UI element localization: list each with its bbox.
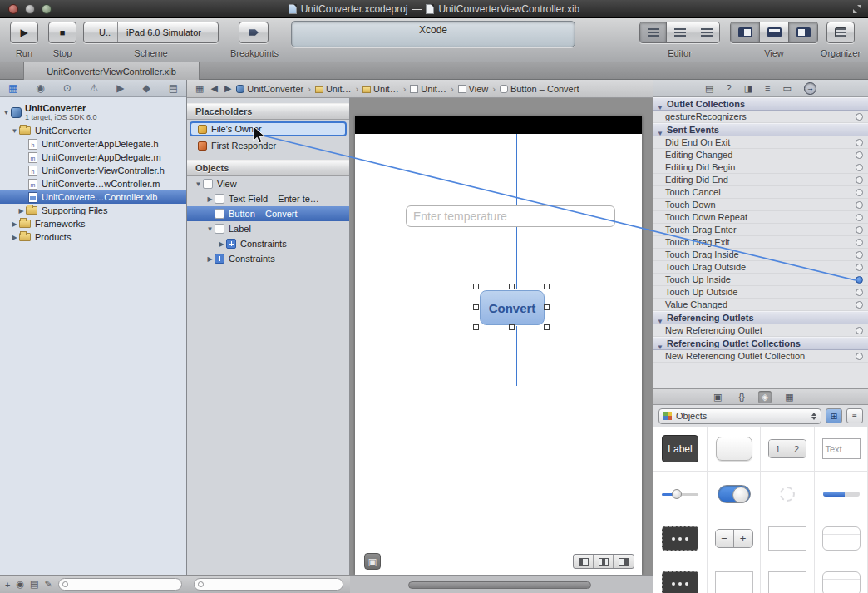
referencing-outlets-header[interactable]: ▼ Referencing Outlets [653,311,868,324]
library-scope-dropdown[interactable]: Objects [658,408,821,424]
library-item-segmented-control[interactable]: 1 2 [761,427,815,472]
attributes-inspector-icon[interactable]: ≡ [765,83,770,93]
fullscreen-icon[interactable] [853,5,861,13]
disclosure-icon[interactable]: ▶ [10,234,19,241]
connection-well[interactable] [856,214,863,221]
back-icon[interactable]: ◀ [210,83,217,94]
disclosure-icon[interactable]: ▶ [17,207,26,215]
version-editor-button[interactable] [693,22,719,42]
tree-row-file-selected[interactable]: UnitConverte…Controller.xib [0,190,186,204]
library-item-switch[interactable] [708,472,761,516]
outlet-collections-header[interactable]: ▼ Outlet Collections [653,97,868,111]
sent-events-header[interactable]: ▼ Sent Events [653,123,868,136]
list-view-button[interactable]: ≡ [846,408,863,423]
view-row[interactable]: ▼ View [187,176,349,191]
stop-button[interactable]: ■ [48,22,76,43]
library-item[interactable] [761,561,815,593]
tree-row-file[interactable]: h UnitConverterAppDelegate.h [0,137,186,151]
tree-row-file[interactable]: h UnitConverterViewController.h [0,164,186,177]
zoom-window-button[interactable] [42,4,52,14]
breakpoint-navigator-icon[interactable]: ◆ [143,82,150,94]
button-row-selected[interactable]: Button – Convert [187,206,349,221]
breadcrumb-view[interactable]: View [458,84,489,94]
disclosure-icon[interactable]: ▼ [194,180,203,188]
library-item-stepper[interactable]: − + [708,516,761,561]
edited-files-icon[interactable]: ✎ [44,579,52,590]
resize-handle[interactable] [509,284,515,289]
object-library-icon[interactable]: ◈ [758,391,772,403]
library-item-label[interactable]: Label [653,427,708,472]
media-library-icon[interactable]: ▦ [782,391,796,403]
disclosure-icon[interactable]: ▶ [205,255,215,263]
first-responder-row[interactable]: First Responder [187,138,349,153]
convert-button[interactable]: Convert [480,290,545,325]
disclosure-icon[interactable]: ▶ [217,240,226,248]
toggle-utilities-button[interactable] [789,22,817,42]
library-item-slider[interactable] [653,472,708,516]
identity-inspector-icon[interactable]: ◨ [744,83,752,94]
placeholders-header[interactable]: Placeholders [187,103,349,120]
connection-well[interactable] [856,289,863,296]
files-owner-row[interactable]: File's Owner [190,121,347,136]
flat-list-icon[interactable]: ▤ [30,579,38,590]
connection-well[interactable] [856,164,863,171]
connection-well[interactable] [856,113,863,121]
library-item[interactable] [653,561,708,593]
connection-well[interactable] [856,327,863,334]
connection-well[interactable] [856,139,863,146]
connection-well[interactable] [856,201,863,209]
code-snippet-library-icon[interactable]: {} [735,391,747,403]
constraints-row[interactable]: ▶ Constraints [187,236,349,251]
debug-navigator-icon[interactable]: ▶ [116,82,124,94]
recents-icon[interactable]: ◉ [16,579,24,590]
disclosure-icon[interactable]: ▶ [10,220,19,228]
resize-handle[interactable] [509,324,515,330]
grid-view-button[interactable]: ⊞ [826,408,842,423]
resize-handle[interactable] [473,284,479,289]
resize-handle[interactable] [473,304,479,310]
library-item-text-field[interactable]: Text [815,427,868,472]
tree-row-supporting-files[interactable]: ▶ Supporting Files [0,204,186,217]
breadcrumb-group[interactable]: Unit… [362,84,399,94]
tab-unitconverterviewcontroller[interactable]: UnitConverterViewController.xib [23,62,200,80]
connection-well[interactable] [856,176,863,184]
standard-editor-button[interactable] [640,22,667,42]
connection-well-active[interactable] [856,276,863,284]
library-item[interactable] [815,561,868,593]
disclosure-icon[interactable]: ▶ [205,195,215,203]
search-navigator-icon[interactable]: ⊙ [63,82,72,94]
connection-well[interactable] [856,239,863,246]
resize-handle[interactable] [473,324,479,330]
connection-well[interactable] [856,251,863,259]
label-row[interactable]: ▼ Label [187,221,349,236]
library-item-text-view[interactable] [815,516,868,561]
horizontal-scrollbar[interactable] [408,581,591,589]
size-inspector-icon[interactable]: ▭ [782,83,791,94]
referencing-outlet-collections-header[interactable]: ▼ Referencing Outlet Collections [653,337,868,350]
outline-toggle-button[interactable]: ▣ [364,553,381,570]
breadcrumb-project[interactable]: UnitConverter [236,84,303,94]
forward-icon[interactable]: ▶ [224,83,231,94]
tree-row-file[interactable]: m UnitConverte…wController.m [0,177,186,190]
add-icon[interactable]: + [5,580,10,590]
ipad-view[interactable]: Enter temperature Convert [355,116,642,575]
connection-well[interactable] [856,189,863,196]
disclosure-icon[interactable]: ▼ [2,109,11,116]
disclosure-icon[interactable]: ▼ [205,225,215,233]
constraints-row[interactable]: ▶ Constraints [187,251,349,266]
objects-header[interactable]: Objects [187,160,349,176]
display-mode-button[interactable] [594,555,614,568]
library-item-progress-view[interactable] [815,472,868,516]
dock-toggle-icon[interactable]: ▦ [195,83,204,94]
connection-well[interactable] [856,301,863,309]
tree-row-group[interactable]: ▼ UnitConverter [0,124,186,137]
symbol-navigator-icon[interactable]: ◉ [36,82,44,94]
connection-well[interactable] [856,353,863,360]
toggle-navigator-button[interactable] [731,22,760,42]
library-item-page-control[interactable] [653,516,708,561]
file-template-library-icon[interactable]: ▣ [710,391,725,403]
run-button[interactable]: ▶ [10,22,38,43]
close-window-button[interactable] [8,4,18,14]
tree-row-file[interactable]: m UnitConverterAppDelegate.m [0,151,186,164]
project-navigator-icon[interactable]: ▦ [8,82,17,94]
